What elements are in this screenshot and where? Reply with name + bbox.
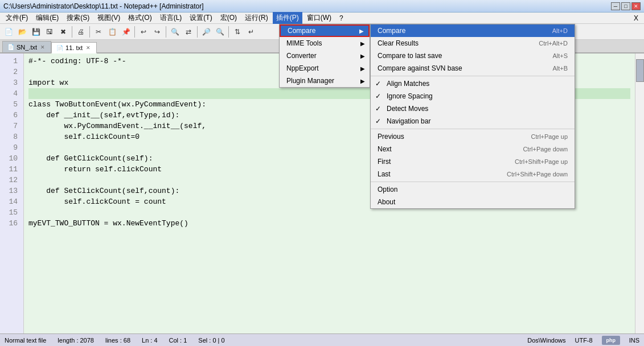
menu-language[interactable]: 语言(L) <box>157 12 186 24</box>
cut-button[interactable]: ✂ <box>92 26 105 38</box>
submenu-option[interactable]: Option <box>371 183 575 196</box>
plugin-compare-label: Compare <box>288 27 315 35</box>
submenu-compare-shortcut: Alt+D <box>552 27 568 34</box>
toolbar-separator-2 <box>89 26 90 38</box>
submenu-previous[interactable]: Previous Ctrl+Page up <box>371 130 575 143</box>
submenu-previous-shortcut: Ctrl+Page up <box>531 133 568 140</box>
tab-close-11[interactable]: ✕ <box>85 45 92 51</box>
check-spacing-icon: ✓ <box>375 92 381 100</box>
save-button[interactable]: 💾 <box>30 26 42 38</box>
undo-button[interactable]: ↩ <box>137 26 150 38</box>
replace-button[interactable]: ⇄ <box>182 26 195 38</box>
line-num-13: 13 <box>0 186 21 196</box>
submenu-previous-label: Previous <box>378 133 404 141</box>
submenu-navigation-bar[interactable]: ✓ Navigation bar <box>371 115 575 127</box>
submenu-moves-label: Detect Moves <box>387 105 428 113</box>
zoom-in-button[interactable]: 🔎 <box>200 26 212 38</box>
menu-macro[interactable]: 宏(O) <box>217 12 240 24</box>
maximize-button[interactable]: □ <box>621 2 630 10</box>
line-num-8: 8 <box>0 131 21 142</box>
print-button[interactable]: 🖨 <box>75 26 87 38</box>
new-button[interactable]: 📄 <box>2 26 15 38</box>
menu-plugins[interactable]: 插件(P) <box>273 12 302 24</box>
status-bar: Normal text file length : 2078 lines : 6… <box>0 333 644 346</box>
compare-submenu[interactable]: Compare Alt+D Clear Results Ctrl+Alt+D C… <box>370 24 575 209</box>
zoom-out-button[interactable]: 🔍 <box>214 26 226 38</box>
submenu-compare-svn[interactable]: Compare against SVN base Alt+B <box>371 62 575 75</box>
plugin-menu-compare[interactable]: Compare ▶ <box>280 24 370 37</box>
find-button[interactable]: 🔍 <box>169 26 181 38</box>
close-button-tb[interactable]: ✖ <box>57 26 69 38</box>
open-button[interactable]: 📂 <box>16 26 28 38</box>
status-length: length : 2078 <box>58 337 94 344</box>
submenu-clear-shortcut: Ctrl+Alt+D <box>539 40 568 47</box>
redo-button[interactable]: ↪ <box>151 26 163 38</box>
scrollbar-track <box>635 53 644 333</box>
line-num-9: 9 <box>0 142 21 153</box>
submenu-about[interactable]: About <box>371 196 575 208</box>
converter-arrow-icon: ▶ <box>360 53 365 59</box>
sync-scroll-button[interactable]: ⇅ <box>231 26 244 38</box>
line-num-6: 6 <box>0 110 21 121</box>
menu-search[interactable]: 搜索(S) <box>63 12 93 24</box>
tab-sn-txt[interactable]: 📄 SN_.txt ✕ <box>2 41 51 52</box>
status-ln: Ln : 4 <box>142 337 158 344</box>
plugin-menu-manager[interactable]: Plugin Manager ▶ <box>280 75 370 87</box>
paste-button[interactable]: 📌 <box>120 26 132 38</box>
line-num-16: 16 <box>0 218 21 229</box>
menu-format[interactable]: 格式(O) <box>125 12 155 24</box>
menu-settings[interactable]: 设置(T) <box>186 12 215 24</box>
scrollbar[interactable] <box>635 53 644 333</box>
menu-view[interactable]: 视图(V) <box>94 12 124 24</box>
submenu-compare[interactable]: Compare Alt+D <box>371 24 575 37</box>
scrollbar-thumb[interactable] <box>636 59 644 82</box>
minimize-button[interactable]: ─ <box>611 2 620 10</box>
plugin-menu-converter[interactable]: Converter ▶ <box>280 50 370 62</box>
submenu-clear-results[interactable]: Clear Results Ctrl+Alt+D <box>371 37 575 50</box>
plugin-menu-mime[interactable]: MIME Tools ▶ <box>280 37 370 50</box>
menu-file[interactable]: 文件(F) <box>2 12 31 24</box>
submenu-last[interactable]: Last Ctrl+Shift+Page down <box>371 168 575 180</box>
line-num-12: 12 <box>0 175 21 186</box>
submenu-next-label: Next <box>378 145 392 153</box>
status-sel: Sel : 0 | 0 <box>198 337 224 344</box>
menu-window[interactable]: 窗口(W) <box>303 12 335 24</box>
plugin-menu[interactable]: Compare ▶ MIME Tools ▶ Converter ▶ NppEx… <box>279 24 370 88</box>
submenu-sep-2 <box>371 129 575 129</box>
submenu-spacing-label: Ignore Spacing <box>387 92 433 100</box>
submenu-first-shortcut: Ctrl+Shift+Page up <box>515 158 568 165</box>
toolbar-separator-1 <box>72 26 72 38</box>
submenu-last-save-shortcut: Alt+S <box>552 52 568 59</box>
submenu-last-save-label: Compare to last save <box>378 52 442 60</box>
menu-run[interactable]: 运行(R) <box>241 12 272 24</box>
plugin-menu-nppexport[interactable]: NppExport ▶ <box>280 62 370 75</box>
plugin-converter-label: Converter <box>286 52 317 60</box>
submenu-navbarr-label: Navigation bar <box>387 117 430 125</box>
status-ins: INS <box>629 337 639 344</box>
tab-11-txt[interactable]: 📄 11. txt ✕ <box>51 42 97 53</box>
status-lines: lines : 68 <box>105 337 130 344</box>
menu-help[interactable]: ? <box>336 13 347 23</box>
submenu-align-matches[interactable]: ✓ Align Matches <box>371 77 575 90</box>
submenu-ignore-spacing[interactable]: ✓ Ignore Spacing <box>371 90 575 102</box>
save-all-button[interactable]: 🖫 <box>43 26 56 38</box>
submenu-detect-moves[interactable]: ✓ Detect Moves <box>371 102 575 115</box>
submenu-svn-shortcut: Alt+B <box>552 65 568 72</box>
copy-button[interactable]: 📋 <box>106 26 118 38</box>
submenu-compare-last-save[interactable]: Compare to last save Alt+S <box>371 50 575 62</box>
close-button[interactable]: ✕ <box>631 2 641 10</box>
tab-icon-sn: 📄 <box>7 44 14 50</box>
submenu-first[interactable]: First Ctrl+Shift+Page up <box>371 155 575 168</box>
wrap-button[interactable]: ↵ <box>245 26 257 38</box>
submenu-clear-label: Clear Results <box>378 39 419 47</box>
tab-close-sn[interactable]: ✕ <box>39 44 46 50</box>
tab-label-sn: SN_.txt <box>17 44 37 51</box>
submenu-next[interactable]: Next Ctrl+Page down <box>371 143 575 155</box>
menu-edit[interactable]: 编辑(E) <box>32 12 62 24</box>
php-logo: php <box>602 336 620 345</box>
mime-arrow-icon: ▶ <box>360 40 365 47</box>
submenu-sep-3 <box>371 182 575 182</box>
status-col: Col : 1 <box>169 337 187 344</box>
menu-x[interactable]: X <box>630 13 642 23</box>
compare-arrow-icon: ▶ <box>359 28 364 34</box>
